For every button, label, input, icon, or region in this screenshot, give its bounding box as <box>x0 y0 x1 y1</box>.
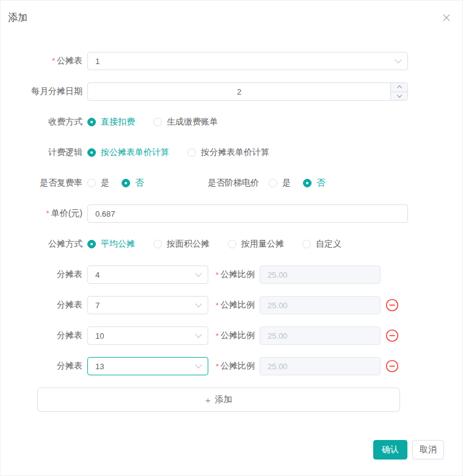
allocation-table-select[interactable]: 4 <box>87 265 208 284</box>
allocation-table-select[interactable]: 10 <box>87 326 208 345</box>
radio-custom-share[interactable]: 自定义 <box>302 239 341 250</box>
confirm-button[interactable]: 确认 <box>373 440 407 460</box>
spinner-up-icon[interactable] <box>391 83 407 92</box>
number-spinner <box>390 83 407 100</box>
allocation-table-value: 10 <box>95 331 104 341</box>
share-ratio-input <box>260 326 381 345</box>
required-marker: * <box>52 56 55 65</box>
tiered-price-label: 是否阶梯电价 <box>208 178 259 189</box>
allocation-row: 分摊表 10 *公摊比例 <box>1 326 462 345</box>
unit-price-input[interactable] <box>87 204 408 223</box>
radio-dot <box>87 148 96 157</box>
share-ratio-label: *公摊比例 <box>216 300 255 311</box>
radio-by-area-share[interactable]: 按面积公摊 <box>153 239 210 250</box>
monthly-date-row: 每月分摊日期 <box>1 82 462 101</box>
minus-circle-icon[interactable] <box>385 329 399 342</box>
radio-dot <box>188 148 196 157</box>
radio-dot <box>87 240 96 248</box>
allocation-row: 分摊表 4 *公摊比例 <box>1 265 462 284</box>
add-allocation-button-label: 添加 <box>215 394 232 405</box>
share-ratio-label: *公摊比例 <box>216 361 255 372</box>
close-icon[interactable] <box>442 13 451 23</box>
share-method-label: 公摊方式 <box>1 239 82 250</box>
radio-by-allocation-meter-price[interactable]: 按分摊表单价计算 <box>188 147 269 158</box>
dialog-header: 添加 <box>1 1 462 23</box>
radio-direct-deduction[interactable]: 直接扣费 <box>87 117 135 128</box>
allocation-table-select[interactable]: 7 <box>87 296 208 314</box>
radio-average-share[interactable]: 平均公摊 <box>87 239 135 250</box>
allocation-table-value: 7 <box>95 301 100 310</box>
chevron-down-icon <box>196 332 201 337</box>
chevron-down-icon <box>196 271 201 276</box>
charge-method-group: 直接扣费 生成缴费账单 <box>87 117 218 128</box>
radio-dot <box>153 118 162 126</box>
shared-meter-value: 1 <box>95 57 100 66</box>
radio-generate-bill[interactable]: 生成缴费账单 <box>153 117 218 128</box>
radio-dot <box>87 179 96 187</box>
required-marker: * <box>216 270 219 279</box>
multi-rate-group: 是 否 <box>87 178 144 189</box>
radio-tiered-no[interactable]: 否 <box>303 178 325 189</box>
allocation-row: 分摊表 13 *公摊比例 <box>1 357 462 375</box>
share-ratio-input <box>260 296 381 314</box>
charge-method-label: 收费方式 <box>1 117 82 128</box>
allocation-table-label: 分摊表 <box>1 300 82 311</box>
radio-dot <box>303 179 312 187</box>
monthly-date-input[interactable] <box>87 82 408 101</box>
add-allocation-row: + 添加 <box>1 388 462 412</box>
radio-dot <box>228 240 236 248</box>
share-ratio-label: *公摊比例 <box>216 330 255 341</box>
chevron-down-icon <box>196 362 201 367</box>
multi-rate-label: 是否复费率 <box>1 178 82 189</box>
share-method-row: 公摊方式 平均公摊 按面积公摊 按用量公摊 自定义 <box>1 235 462 253</box>
required-marker: * <box>216 331 219 341</box>
billing-logic-label: 计费逻辑 <box>1 147 82 158</box>
monthly-date-label: 每月分摊日期 <box>1 86 82 97</box>
radio-by-usage-share[interactable]: 按用量公摊 <box>228 239 284 250</box>
tiered-price-group: 是 否 <box>269 178 325 189</box>
required-marker: * <box>216 362 219 371</box>
allocation-table-label: 分摊表 <box>1 269 82 280</box>
unit-price-label: *单价(元) <box>1 208 82 219</box>
radio-by-shared-meter-price[interactable]: 按公摊表单价计算 <box>87 147 169 158</box>
shared-meter-select[interactable]: 1 <box>87 52 408 70</box>
radio-dot <box>302 240 311 248</box>
rate-options-row: 是否复费率 是 否 是否阶梯电价 是 否 <box>1 174 462 192</box>
unit-price-row: *单价(元) <box>1 204 462 223</box>
billing-logic-group: 按公摊表单价计算 按分摊表单价计算 <box>87 147 269 158</box>
plus-icon: + <box>205 395 211 405</box>
allocation-table-value: 4 <box>95 270 100 279</box>
minus-circle-icon[interactable] <box>385 359 399 373</box>
required-marker: * <box>216 301 219 310</box>
allocation-table-value: 13 <box>95 362 104 371</box>
radio-multi-rate-no[interactable]: 否 <box>122 178 144 189</box>
add-allocation-button[interactable]: + 添加 <box>37 388 400 412</box>
monthly-date-stepper <box>87 82 408 101</box>
share-method-group: 平均公摊 按面积公摊 按用量公摊 自定义 <box>87 239 341 250</box>
radio-dot <box>269 179 277 187</box>
radio-multi-rate-yes[interactable]: 是 <box>87 178 109 189</box>
allocation-table-label: 分摊表 <box>1 361 82 372</box>
charge-method-row: 收费方式 直接扣费 生成缴费账单 <box>1 113 462 131</box>
add-form: *公摊表 1 每月分摊日期 收费方式 <box>1 52 462 412</box>
allocation-table-label: 分摊表 <box>1 330 82 341</box>
dialog-title: 添加 <box>8 12 27 23</box>
radio-dot <box>87 118 96 126</box>
share-ratio-label: *公摊比例 <box>216 269 255 280</box>
share-ratio-input <box>260 357 381 375</box>
add-dialog: 添加 *公摊表 1 每月分摊日期 <box>0 0 463 476</box>
allocation-row: 分摊表 7 *公摊比例 <box>1 296 462 314</box>
minus-circle-icon[interactable] <box>385 298 399 312</box>
radio-tiered-yes[interactable]: 是 <box>269 178 291 189</box>
dialog-footer: 确认 取消 <box>1 440 462 460</box>
spinner-down-icon[interactable] <box>391 92 407 101</box>
chevron-down-icon <box>196 301 201 306</box>
radio-dot <box>122 179 130 187</box>
required-marker: * <box>46 209 49 218</box>
allocation-table-select[interactable]: 13 <box>87 357 208 375</box>
radio-dot <box>153 240 162 248</box>
cancel-button[interactable]: 取消 <box>412 440 444 460</box>
billing-logic-row: 计费逻辑 按公摊表单价计算 按分摊表单价计算 <box>1 143 462 162</box>
shared-meter-row: *公摊表 1 <box>1 52 462 70</box>
share-ratio-input <box>260 265 381 284</box>
